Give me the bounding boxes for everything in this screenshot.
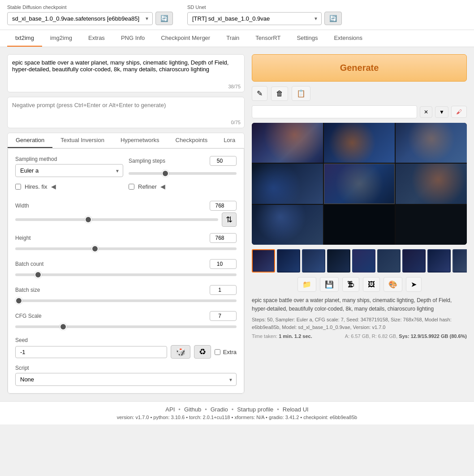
- sub-tab-checkpoints[interactable]: Checkpoints: [168, 133, 216, 148]
- neg-token-count: 0/75: [231, 120, 241, 125]
- clipboard-button[interactable]: 📋: [292, 86, 310, 101]
- refiner-expand-button[interactable]: ◀: [160, 183, 165, 190]
- image-action-buttons: 📁 💾 🗜 🖼 🎨 ➤: [252, 277, 467, 292]
- image-display: ⬇ ✕: [252, 123, 467, 245]
- seed-input-row: 🎲 ♻ Extra: [15, 345, 237, 359]
- footer-startup-link[interactable]: Startup profile: [237, 406, 273, 413]
- checkpoint-section: Stable Diffusion checkpoint sd_xl_base_1…: [7, 4, 173, 25]
- batch-count-slider[interactable]: [15, 273, 237, 276]
- footer-gradio-link[interactable]: Gradio: [211, 406, 228, 413]
- footer-reload-link[interactable]: Reload UI: [283, 406, 309, 413]
- vram-sys-value: Sys: 12.9/15.9922 GB (80.6%): [399, 333, 467, 339]
- version-text: version: v1.7.0 • python: 3.10.6 • torch…: [117, 415, 357, 420]
- main-content: epic space battle over a water planet, m…: [0, 47, 474, 401]
- open-folder-button[interactable]: 📁: [297, 277, 316, 292]
- footer: API • Github • Gradio • Startup profile …: [0, 401, 474, 424]
- header: Stable Diffusion checkpoint sd_xl_base_1…: [0, 0, 474, 30]
- mosaic-cell-5: [324, 164, 395, 203]
- tab-settings[interactable]: Settings: [289, 30, 326, 47]
- height-label: Height: [15, 235, 31, 241]
- vram-info: A: 6.57 GB, R: 6.82 GB, Sys: 12.9/15.992…: [345, 333, 467, 339]
- style-clear-button[interactable]: ✕: [420, 106, 432, 118]
- inpaint-button[interactable]: 🎨: [384, 277, 402, 292]
- height-input[interactable]: [210, 233, 237, 243]
- sub-tab-lora[interactable]: Lora: [215, 133, 243, 148]
- sub-tab-textual-inversion[interactable]: Textual Inversion: [52, 133, 112, 148]
- refiner-row: Refiner ◀: [129, 183, 237, 190]
- height-header: Height: [15, 233, 237, 243]
- checkpoint-label: Stable Diffusion checkpoint: [7, 4, 173, 10]
- style-input[interactable]: [252, 105, 417, 118]
- seed-input[interactable]: [15, 346, 167, 358]
- negative-prompt-input[interactable]: [8, 97, 244, 126]
- thumbnail-2[interactable]: [277, 249, 300, 273]
- script-select[interactable]: None: [15, 373, 237, 386]
- thumbnail-5[interactable]: [352, 249, 375, 273]
- checkpoint-select[interactable]: sd_xl_base_1.0_0.9vae.safetensors [e6bb9…: [7, 12, 153, 25]
- hires-fix-expand-button[interactable]: ◀: [51, 183, 56, 190]
- sampling-steps-slider[interactable]: [129, 172, 237, 175]
- mosaic-cell-7: [252, 205, 323, 245]
- extra-checkbox-label: Extra: [215, 349, 237, 355]
- negative-prompt-area: 0/75: [7, 97, 245, 128]
- thumbnail-8[interactable]: [427, 249, 451, 273]
- tab-txt2img[interactable]: txt2img: [7, 30, 42, 47]
- thumbnail-1[interactable]: [252, 249, 275, 273]
- height-slider[interactable]: [15, 247, 237, 250]
- cfg-scale-slider[interactable]: [15, 325, 237, 328]
- width-header: Width: [15, 201, 237, 211]
- footer-github-link[interactable]: Github: [184, 406, 201, 413]
- thumbnail-3[interactable]: [302, 249, 325, 273]
- mosaic-cell-2: [324, 123, 395, 163]
- width-slider[interactable]: [15, 218, 218, 221]
- extra-checkbox[interactable]: [215, 349, 220, 355]
- style-dropdown-button[interactable]: ▼: [435, 106, 448, 118]
- footer-api-link[interactable]: API: [165, 406, 175, 413]
- swap-dimensions-button[interactable]: ⇅: [222, 212, 237, 227]
- cfg-scale-header: CFG Scale: [15, 311, 237, 321]
- unet-select[interactable]: [TRT] sd_xl_base_1.0_0.9vae: [187, 12, 322, 25]
- send-right-button[interactable]: ➤: [406, 277, 422, 292]
- tab-train[interactable]: Train: [218, 30, 247, 47]
- expand-button[interactable]: ✎: [252, 86, 267, 101]
- unet-refresh-button[interactable]: 🔄: [324, 12, 342, 25]
- generate-button[interactable]: Generate: [252, 54, 467, 82]
- style-apply-button[interactable]: 🖌: [451, 106, 467, 118]
- sampling-method-select[interactable]: Euler a: [15, 164, 123, 177]
- thumbnail-9[interactable]: [452, 249, 467, 273]
- tab-extensions[interactable]: Extensions: [326, 30, 371, 47]
- tab-checkpoint-merger[interactable]: Checkpoint Merger: [153, 30, 218, 47]
- seed-dice-button[interactable]: 🎲: [171, 345, 190, 359]
- left-panel: epic space battle over a water planet, m…: [7, 54, 245, 394]
- sampling-steps-input[interactable]: [210, 156, 237, 166]
- tab-img2img[interactable]: img2img: [42, 30, 80, 47]
- sub-tab-generation[interactable]: Generation: [8, 133, 52, 148]
- batch-size-slider[interactable]: [15, 299, 237, 302]
- width-row: Width ⇅: [15, 201, 237, 227]
- checkpoint-refresh-button[interactable]: 🔄: [155, 12, 173, 25]
- seed-recycle-button[interactable]: ♻: [194, 345, 211, 359]
- save-button[interactable]: 💾: [320, 277, 339, 292]
- seed-row: Seed 🎲 ♻ Extra: [15, 337, 237, 359]
- tab-extras[interactable]: Extras: [80, 30, 113, 47]
- sub-tab-hypernetworks[interactable]: Hypernetworks: [112, 133, 168, 148]
- zip-button[interactable]: 🗜: [342, 277, 359, 292]
- batch-size-input[interactable]: [210, 285, 237, 295]
- refiner-checkbox[interactable]: [129, 184, 134, 190]
- width-input[interactable]: [210, 201, 237, 211]
- thumbnail-7[interactable]: [402, 249, 426, 273]
- tab-tensorrt[interactable]: TensorRT: [247, 30, 289, 47]
- thumbnail-4[interactable]: [327, 249, 350, 273]
- positive-prompt-input[interactable]: epic space battle over a water planet, m…: [8, 55, 244, 91]
- cfg-scale-input[interactable]: [210, 311, 237, 321]
- batch-count-input[interactable]: [210, 259, 237, 269]
- send-to-img-button[interactable]: 🖼: [363, 277, 380, 292]
- script-select-wrapper: None: [15, 373, 237, 386]
- mosaic-cell-8: [324, 205, 395, 245]
- tab-png-info[interactable]: PNG Info: [113, 30, 153, 47]
- hires-fix-checkbox[interactable]: [15, 184, 21, 190]
- sub-tabs: Generation Textual Inversion Hypernetwor…: [8, 133, 244, 148]
- trash-button[interactable]: 🗑: [271, 87, 288, 101]
- mosaic-cell-4: [252, 164, 323, 203]
- thumbnail-6[interactable]: [377, 249, 401, 273]
